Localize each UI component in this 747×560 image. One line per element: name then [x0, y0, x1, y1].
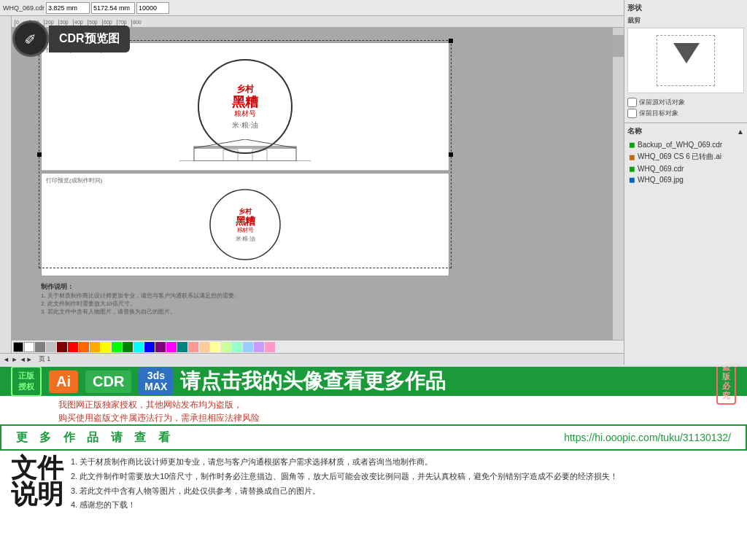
- logo-main-text: 黑糟: [232, 96, 258, 109]
- color-swatch-teal[interactable]: [177, 342, 187, 352]
- 3ds-line2: MAX: [144, 381, 167, 392]
- checkbox-target-input[interactable]: [627, 109, 637, 118]
- color-swatch-lt-yellow[interactable]: [210, 342, 220, 352]
- color-swatch-amber[interactable]: [90, 342, 100, 352]
- file-item-ai[interactable]: ◼ WHQ_069 CS 6 已转曲.ai: [627, 150, 744, 163]
- checkbox-keep-source[interactable]: 保留源对话对象: [627, 98, 744, 107]
- logo-top-text: 乡村: [232, 83, 258, 96]
- note-item-2: 此文件制作时需要放大10倍尺寸，制作时务必注意描边、圆角等，放大后可能会改变比例…: [71, 470, 736, 484]
- pencil-icon: ✏: [20, 28, 42, 50]
- note-item-4: 感谢您的下载！: [71, 498, 736, 513]
- shape-arrow-icon: [673, 43, 700, 63]
- cdr-preview-badge: ✏ CDR预览图: [12, 20, 130, 57]
- notes-content: 关于材质制作商比设计师更加专业，请您与客户沟通根据客户需求选择材质，或者咨询当地…: [71, 455, 736, 513]
- color-swatch-maroon[interactable]: [57, 342, 67, 352]
- checkbox-source-input[interactable]: [627, 98, 637, 107]
- bottom-panel: 正版 授权 Ai CDR 3ds MAX 请点击我的头像查看更多作品 盗版必究 …: [0, 365, 747, 560]
- piracy-warning: 盗版必究: [716, 365, 736, 405]
- color-palette: [12, 340, 624, 353]
- color-swatch-lavender[interactable]: [254, 342, 264, 352]
- logo-sub-text: 粮材号: [232, 109, 258, 119]
- color-swatch-mint[interactable]: [232, 342, 242, 352]
- color-swatch-lt-green[interactable]: [221, 342, 231, 352]
- color-swatch-red[interactable]: [68, 342, 78, 352]
- color-swatch-lime[interactable]: [112, 342, 122, 352]
- logo-inner-content: 乡村 黑糟 粮材号 米·粮·油: [232, 83, 258, 131]
- card-bottom-content: 打印预览(或制作时间) 乡村 黑糟 粮材号 米·粮·油: [42, 174, 449, 276]
- more-works-bar[interactable]: 更 多 作 品 请 查 看 https://hi.ooopic.com/tuku…: [0, 424, 747, 451]
- bottom-green-bar: 正版 授权 Ai CDR 3ds MAX 请点击我的头像查看更多作品 盗版必究: [0, 367, 747, 396]
- shapes-title: 形状: [627, 3, 744, 13]
- design-card-top: 打印预览(或制作时间) 乡村 黑糟 粮材号 米·粮·油: [41, 42, 449, 171]
- promo-main-text: 请点击我的头像查看更多作品: [180, 368, 709, 395]
- more-works-url[interactable]: https://hi.ooopic.com/tuku/31130132/: [564, 432, 731, 443]
- file-name-cdr: WHQ_069.cdr: [638, 165, 684, 173]
- right-panel: 形状 裁剪 保留源对话对象 保留目标对象 名称 ▲ ◼: [624, 0, 747, 365]
- color-swatch-yellow[interactable]: [101, 342, 111, 352]
- more-works-text: 更 多 作 品 请 查 看: [16, 430, 174, 446]
- page-nav[interactable]: ◄ ► ◄►: [3, 356, 33, 363]
- file-name-backup: Backup_of_WHQ_069.cdr: [638, 141, 722, 149]
- crop-title: 裁剪: [627, 16, 744, 26]
- sub-line-1: 我图网正版独家授权，其他网站发布均为盗版，: [58, 400, 242, 410]
- note-line-1: 1. 关于材质制作商比设计师更加专业，请您与客户沟通联系以满足您的需要。: [41, 292, 240, 299]
- piracy-text: 盗版必究: [722, 365, 730, 400]
- checkbox-keep-target[interactable]: 保留目标对象: [627, 109, 744, 118]
- color-swatch-purple[interactable]: [155, 342, 166, 352]
- badge-icon: ✏: [12, 20, 49, 57]
- color-swatch-black[interactable]: [13, 342, 23, 352]
- svg-rect-0: [194, 147, 296, 161]
- file-item-backup[interactable]: ◼ Backup_of_WHQ_069.cdr: [627, 139, 744, 150]
- file-notes-section: 文件 说明 关于材质制作商比设计师更加专业，请您与客户沟通根据客户需求选择材质，…: [0, 451, 747, 513]
- note-line-3: 3. 若此文件中含有人物图片，请替换为自己的图片。: [41, 308, 176, 315]
- color-swatch-peach[interactable]: [199, 342, 209, 352]
- note-item-1: 关于材质制作商比设计师更加专业，请您与客户沟通根据客户需求选择材质，或者咨询当地…: [71, 455, 736, 470]
- files-collapse-icon[interactable]: ▲: [737, 128, 744, 136]
- color-swatch-silver[interactable]: [46, 342, 56, 352]
- color-swatch-white[interactable]: [24, 342, 34, 352]
- file-icon-cdr-2: ◼: [629, 165, 635, 173]
- badge-text: CDR预览图: [49, 26, 130, 52]
- color-swatch-gray[interactable]: [35, 342, 45, 352]
- color-swatch-lt-pink[interactable]: [265, 342, 275, 352]
- svg-rect-3: [252, 149, 267, 161]
- logo-desc: 米·粮·油: [232, 120, 258, 131]
- toolbar-input-1[interactable]: [46, 2, 90, 14]
- shuo-text: 说明: [11, 480, 63, 509]
- vertical-scrollbar[interactable]: [612, 28, 624, 349]
- color-swatch-pink[interactable]: [188, 342, 198, 352]
- file-item-cdr[interactable]: ◼ WHQ_069.cdr: [627, 163, 744, 174]
- file-icon-cdr-1: ◼: [629, 141, 635, 149]
- canvas-area[interactable]: 优图网 优图网 优图网 打印预览(或制作时间) 乡村 黑糟: [12, 28, 624, 349]
- canvas-content: 打印预览(或制作时间) 乡村 黑糟 粮材号 米·粮·油: [41, 42, 449, 305]
- toolbar-input-2[interactable]: [91, 2, 135, 14]
- files-title: 名称: [627, 126, 642, 136]
- 3ds-line1: 3ds: [147, 370, 165, 381]
- color-swatch-orange[interactable]: [79, 342, 89, 352]
- color-swatch-lt-blue[interactable]: [243, 342, 253, 352]
- color-swatch-blue[interactable]: [144, 342, 155, 352]
- files-title-bar: 名称 ▲: [627, 126, 744, 136]
- wen-text: 文件: [11, 454, 63, 483]
- sub-line-2: 购买使用盗版文件属违法行为，需承担相应法律风险: [58, 413, 260, 423]
- note-label: 制作说明：: [41, 283, 74, 290]
- license-badge: 正版 授权: [11, 366, 42, 397]
- file-item-jpg[interactable]: ◼ WHQ_069.jpg: [627, 174, 744, 185]
- toolbar-label: WHQ_069.cdr: [3, 4, 44, 12]
- format-badge-cdr: CDR: [85, 370, 131, 393]
- color-swatch-magenta[interactable]: [166, 342, 177, 352]
- file-name-jpg: WHQ_069.jpg: [638, 176, 684, 184]
- color-swatch-cyan[interactable]: [133, 342, 144, 352]
- shapes-panel: 形状 裁剪 保留源对话对象 保留目标对象: [624, 0, 747, 123]
- files-panel: 名称 ▲ ◼ Backup_of_WHQ_069.cdr ◼ WHQ_069 C…: [624, 123, 747, 188]
- logo-bottom-copy: 乡村 黑糟 粮材号 米·粮·油: [209, 189, 281, 260]
- color-swatch-green[interactable]: [123, 342, 133, 352]
- scrollbar-thumb-v[interactable]: [613, 35, 624, 57]
- svg-rect-2: [223, 149, 238, 161]
- ruler-tick: 800: [131, 20, 139, 27]
- toolbar-input-3[interactable]: [136, 2, 169, 14]
- shape-preview-box: [627, 28, 744, 93]
- file-name-ai: WHQ_069 CS 6 已转曲.ai: [638, 152, 721, 162]
- building-desc: [179, 139, 311, 163]
- ruler-vertical: [0, 16, 12, 365]
